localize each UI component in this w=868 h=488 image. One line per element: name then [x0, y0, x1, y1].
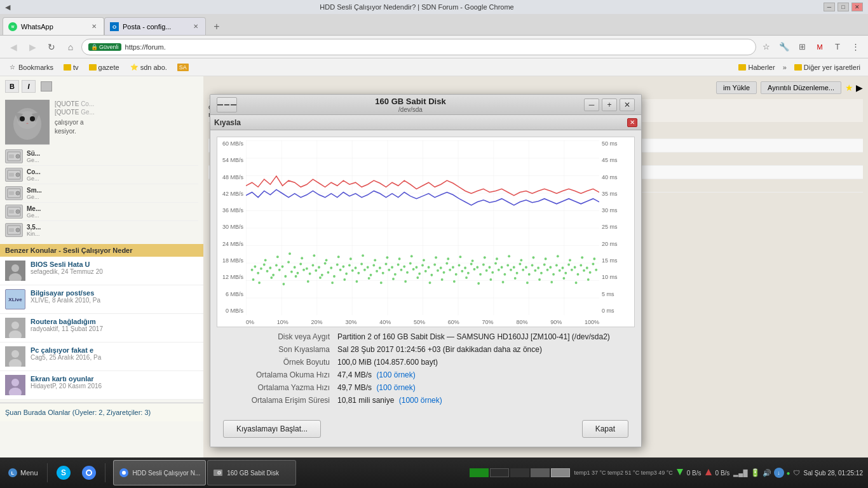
related-avatar-4	[5, 346, 25, 367]
disk-minimize-button[interactable]: ─	[584, 98, 599, 111]
svg-point-126	[494, 262, 497, 264]
chart-bottom-axis: 0% 10% 20% 30% 40% 50% 60% 70% 80% 90% 1…	[246, 318, 599, 327]
posta-tab-label: Posta - config...	[123, 23, 187, 30]
svg-point-31	[17, 229, 18, 231]
bookmark-bookmarks[interactable]: ☆ Bookmarks	[5, 62, 56, 73]
bookmark-gazete[interactable]: gazete	[86, 62, 122, 72]
sa-badge: SA	[177, 64, 189, 71]
im-yukle-button[interactable]: im Yükle	[716, 81, 757, 94]
close-button[interactable]: ✕	[851, 3, 863, 11]
bookmark-haberler[interactable]: Haberler	[736, 62, 777, 72]
related-item-3[interactable]: Routera bağladığım radyoaktif, 11 Şubat …	[0, 314, 203, 342]
disk-maximize-button[interactable]: +	[602, 98, 617, 111]
bookmark-sa[interactable]: SA	[175, 62, 191, 72]
svg-point-127	[498, 269, 500, 271]
svg-point-184	[398, 257, 401, 260]
svg-point-146	[555, 264, 558, 267]
disk-label-3: Sm... Ge...	[27, 187, 42, 200]
svg-point-130	[506, 264, 509, 267]
new-tab-button[interactable]: +	[208, 18, 225, 35]
browser-window: ◀ HDD Sesli Çalışıyor Nedendir? | SDN Fo…	[0, 0, 868, 458]
translate-button[interactable]: T	[830, 39, 845, 55]
svg-point-39	[11, 350, 19, 358]
star-controls: ★ ▶	[845, 83, 863, 93]
posta-tab-close[interactable]: ✕	[191, 22, 200, 31]
svg-point-205	[526, 281, 529, 284]
bold-button[interactable]: B	[5, 80, 19, 93]
related-item-5[interactable]: Ekran kartı oyunlar HidayetP, 20 Kasım 2…	[0, 371, 203, 400]
gmail-button[interactable]: M	[812, 39, 827, 55]
svg-point-172	[325, 259, 328, 261]
bookmarks-bar: ☆ Bookmarks tv gazete ⭐ sdn abo. SA Habe…	[0, 58, 868, 76]
svg-point-175	[343, 278, 346, 281]
disk-close-button[interactable]: ✕	[620, 98, 635, 111]
disk-menu-button[interactable]	[217, 97, 237, 112]
svg-point-165	[283, 283, 285, 285]
related-meta-3: radyoaktif, 11 Şubat 2017	[31, 325, 103, 332]
svg-point-53	[272, 274, 275, 276]
bookmark-other[interactable]: Diğer yer işaretleri	[792, 62, 863, 72]
bookmarks-icon: ☆	[8, 63, 17, 72]
minimize-button[interactable]: ─	[824, 3, 835, 11]
chrome-menu-button[interactable]: ⋮	[848, 39, 863, 55]
related-item-2[interactable]: XLive Bilgisayar post/ses XLIVE, 8 Aralı…	[0, 285, 203, 314]
svg-point-164	[276, 255, 279, 258]
bookmark-sdn[interactable]: ⭐ sdn abo.	[127, 62, 170, 73]
svg-point-142	[543, 264, 546, 266]
tab-bar: W WhatsApp ✕ O Posta - config... ✕ +	[0, 14, 868, 36]
address-bar[interactable]: 🔒 Güvenli https://forum.	[81, 39, 756, 55]
reload-button[interactable]: ↻	[43, 39, 60, 55]
svg-point-10	[30, 116, 35, 121]
svg-rect-45	[246, 140, 599, 315]
forward-button[interactable]: ▶	[24, 39, 41, 55]
home-button[interactable]: ⌂	[62, 39, 79, 55]
ayrintili-duzenleme-button[interactable]: Ayrıntılı Düzenleme...	[761, 81, 841, 94]
whatsapp-tab-close[interactable]: ✕	[90, 22, 98, 31]
svg-point-15	[17, 156, 18, 157]
related-title-3: Routera bağladığım	[31, 318, 103, 325]
svg-point-137	[528, 273, 531, 276]
related-item-1[interactable]: BIOS Sesli Hata U sefagedik, 24 Temmuz 2…	[0, 257, 203, 285]
svg-point-141	[540, 272, 543, 274]
svg-point-195	[465, 276, 468, 279]
tab-whatsapp[interactable]: W WhatsApp ✕	[3, 17, 104, 35]
running-app-disk[interactable]: 160 GB Sabit Disk	[207, 460, 296, 485]
disk-dialog: 160 GB Sabit Disk /dev/sda ─ + ✕ Kıyasla…	[210, 94, 642, 447]
info-row-sample-size: Örnek Boyutu 100,0 MiB (104.857.600 bayt…	[223, 358, 628, 367]
svg-point-55	[278, 269, 281, 271]
extensions-button[interactable]: 🔧	[776, 39, 792, 55]
benchmark-label: Son Kıyaslama	[223, 345, 337, 354]
svg-point-207	[538, 278, 541, 281]
italic-button[interactable]: I	[22, 80, 36, 93]
svg-point-213	[575, 281, 578, 284]
chart-area: 60 MB/s 54 MB/s 48 MB/s 42 MB/s 36 MB/s …	[210, 130, 641, 327]
tab-posta[interactable]: O Posta - config... ✕	[104, 17, 206, 35]
svg-point-76	[342, 266, 344, 268]
user-avatar-area	[5, 100, 50, 145]
compare-titlebar: Kıyasla ✕	[210, 115, 641, 130]
svg-point-212	[569, 259, 571, 261]
svg-point-107	[437, 269, 439, 272]
menu-button[interactable]: L Menu	[3, 468, 43, 478]
related-item-4[interactable]: Pc çalışıyor fakat e Cag5, 25 Aralık 201…	[0, 342, 203, 371]
svg-point-69	[321, 274, 323, 276]
close-benchmark-button[interactable]: Kapat	[582, 420, 628, 438]
start-benchmark-button[interactable]: Kıyaslamayı Başlat...	[223, 420, 321, 438]
taskbar-chrome-icon[interactable]	[78, 461, 100, 484]
bookmark-tv[interactable]: tv	[61, 62, 81, 72]
apps-button[interactable]: ⊞	[794, 39, 810, 55]
back-button[interactable]: ◀	[5, 39, 22, 55]
compare-close-button[interactable]: ✕	[627, 118, 637, 127]
sample-size-value: 100,0 MiB (104.857.600 bayt)	[337, 358, 628, 367]
svg-point-84	[367, 266, 369, 269]
svg-point-153	[577, 273, 580, 276]
related-avatar-1	[5, 261, 25, 281]
maximize-button[interactable]: □	[837, 3, 849, 11]
svg-point-110	[445, 262, 448, 264]
svg-point-180	[374, 259, 376, 261]
svg-point-118	[470, 263, 473, 266]
running-app-forum[interactable]: HDD Sesli Çalışıyor N...	[113, 460, 207, 485]
play-button[interactable]: ▶	[856, 83, 863, 93]
taskbar-skype-icon[interactable]: S	[52, 461, 75, 484]
bookmark-star-button[interactable]: ☆	[759, 39, 774, 55]
